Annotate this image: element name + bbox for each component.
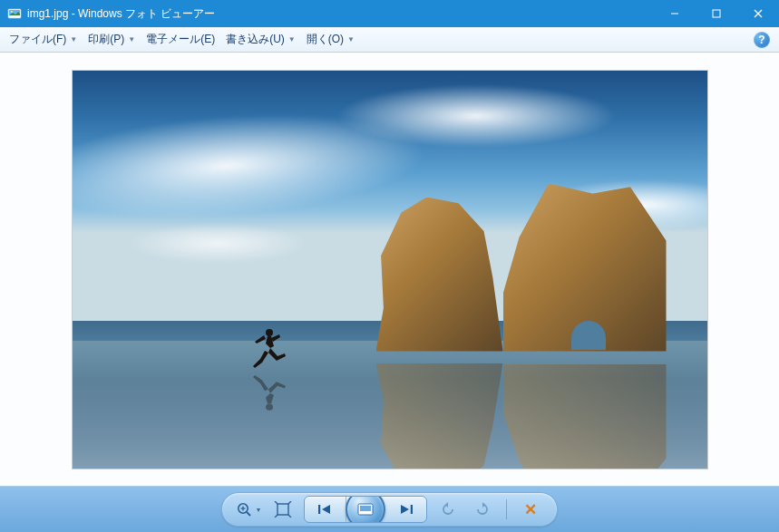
window-title: img1.jpg - Windows フォト ビューアー <box>27 6 654 22</box>
actual-size-button[interactable] <box>269 497 297 522</box>
menu-print[interactable]: 印刷(P)▼ <box>83 29 141 50</box>
help-icon: ? <box>758 34 764 46</box>
app-icon <box>7 6 22 21</box>
svg-rect-17 <box>411 505 413 514</box>
minimize-button[interactable] <box>654 0 696 27</box>
slideshow-button[interactable] <box>346 496 385 523</box>
window-controls <box>654 0 779 27</box>
chevron-down-icon: ▼ <box>347 35 355 44</box>
menu-burn-label: 書き込み(U) <box>226 32 285 47</box>
menu-burn[interactable]: 書き込み(U)▼ <box>220 29 301 50</box>
previous-button[interactable] <box>305 497 346 522</box>
chevron-down-icon: ▼ <box>70 35 77 44</box>
delete-icon: ✕ <box>524 500 537 519</box>
toolbar-divider <box>506 499 507 519</box>
menubar: ファイル(F)▼ 印刷(P)▼ 電子メール(E) 書き込み(U)▼ 開く(O)▼… <box>0 27 779 53</box>
svg-rect-14 <box>318 505 320 514</box>
menu-email-label: 電子メール(E) <box>146 32 215 47</box>
zoom-button[interactable]: ▼ <box>235 497 262 522</box>
close-button[interactable] <box>737 0 779 27</box>
bottom-toolbar: ▼ ✕ <box>0 487 779 532</box>
svg-point-8 <box>266 403 273 410</box>
svg-point-2 <box>11 11 13 13</box>
rotate-ccw-button[interactable] <box>434 497 462 522</box>
rotate-cw-button[interactable] <box>469 497 496 522</box>
titlebar: img1.jpg - Windows フォト ビューアー <box>0 0 779 27</box>
menu-open-label: 開く(O) <box>307 32 344 47</box>
svg-rect-16 <box>360 506 371 511</box>
maximize-button[interactable] <box>696 0 737 27</box>
svg-point-7 <box>266 329 273 336</box>
displayed-image <box>73 71 707 469</box>
menu-file[interactable]: ファイル(F)▼ <box>4 29 83 50</box>
chevron-down-icon: ▼ <box>128 35 135 44</box>
image-viewport <box>0 53 779 487</box>
menu-file-label: ファイル(F) <box>9 32 66 47</box>
svg-line-10 <box>247 512 250 516</box>
help-button[interactable]: ? <box>754 32 770 48</box>
toolbar-container: ▼ ✕ <box>221 492 558 527</box>
svg-rect-4 <box>713 10 720 17</box>
next-button[interactable] <box>385 497 426 522</box>
chevron-down-icon: ▼ <box>256 507 262 513</box>
menu-email[interactable]: 電子メール(E) <box>141 29 220 50</box>
menu-print-label: 印刷(P) <box>88 32 124 47</box>
chevron-down-icon: ▼ <box>288 35 296 44</box>
navigation-group <box>304 496 427 523</box>
svg-rect-13 <box>278 504 288 515</box>
menu-open[interactable]: 開く(O)▼ <box>301 29 360 50</box>
delete-button[interactable]: ✕ <box>517 497 544 522</box>
